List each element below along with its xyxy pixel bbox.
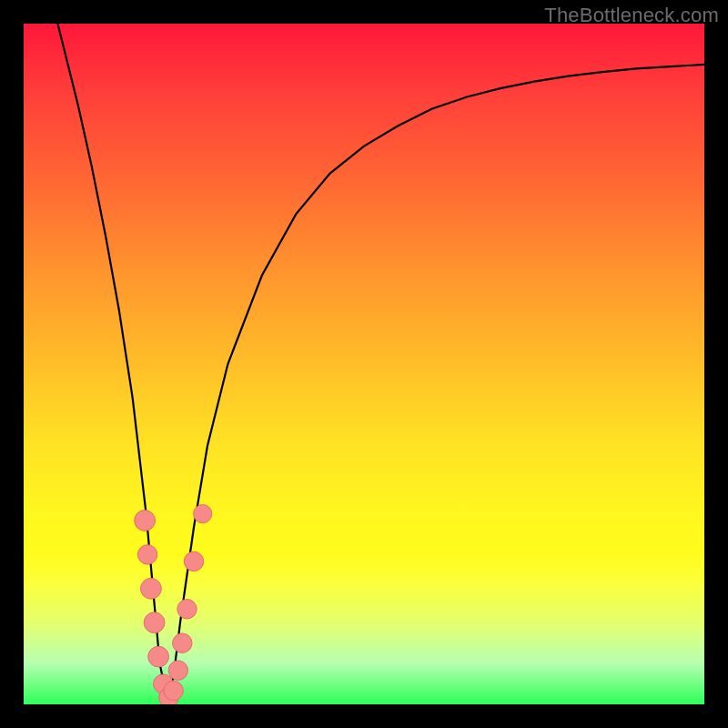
data-marker [144, 612, 165, 633]
data-marker [173, 633, 192, 652]
marker-group [135, 505, 212, 705]
data-marker [148, 646, 169, 667]
chart-svg [24, 24, 704, 704]
watermark-label: TheBottleneck.com [544, 4, 719, 27]
data-marker [177, 600, 197, 619]
data-marker [184, 551, 203, 571]
data-marker [194, 505, 212, 523]
data-marker [141, 578, 162, 599]
data-marker [164, 681, 183, 700]
chart-frame: TheBottleneck.com [0, 0, 728, 728]
plot-area [24, 24, 704, 704]
data-marker [168, 661, 187, 680]
data-marker [135, 511, 156, 531]
data-marker [137, 545, 157, 564]
